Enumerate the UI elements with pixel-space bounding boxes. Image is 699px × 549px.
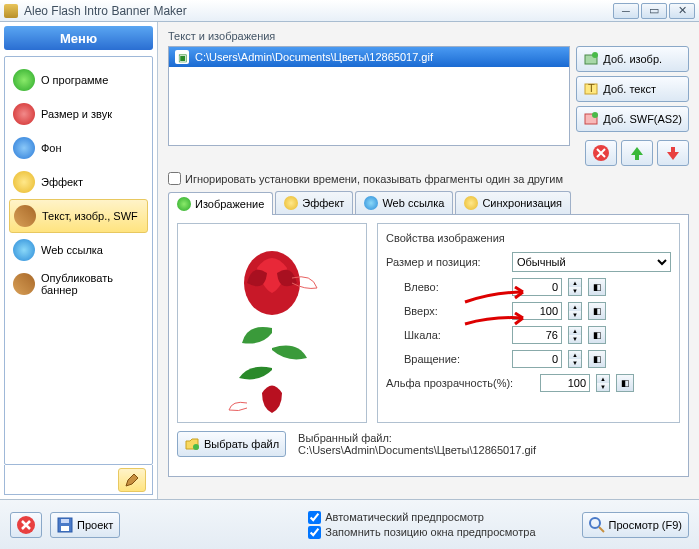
cancel-button[interactable] (10, 512, 42, 538)
menu-label: Web ссылка (41, 244, 103, 256)
svg-point-1 (592, 52, 598, 58)
menu-text-image-swf[interactable]: Текст, изобр., SWF (9, 199, 148, 233)
tab-web-link[interactable]: Web ссылка (355, 191, 453, 214)
scale-spinner[interactable]: ▲▼ (568, 326, 582, 344)
add-image-button[interactable]: Доб. изобр. (576, 46, 689, 72)
minimize-button[interactable]: ─ (613, 3, 639, 19)
checkbox-label: Игнорировать установки времени, показыва… (185, 173, 563, 185)
svg-point-8 (193, 444, 199, 450)
magnifier-icon (589, 517, 605, 533)
rose-image (187, 228, 357, 418)
menu-about[interactable]: О программе (9, 63, 148, 97)
tab-sync[interactable]: Синхронизация (455, 191, 571, 214)
file-list-item[interactable]: ▣ C:\Users\Admin\Documents\Цветы\1286501… (169, 47, 569, 67)
footer: Проект Автоматический предпросмотр Запом… (0, 499, 699, 549)
move-up-button[interactable] (621, 140, 653, 166)
menu-label: Фон (41, 142, 62, 154)
file-list[interactable]: ▣ C:\Users\Admin\Documents\Цветы\1286501… (168, 46, 570, 146)
button-label: Доб. изобр. (603, 53, 662, 65)
remember-position-checkbox[interactable] (308, 526, 321, 539)
alpha-input[interactable] (540, 374, 590, 392)
top-reset[interactable]: ◧ (588, 302, 606, 320)
add-image-icon (583, 51, 599, 67)
pencil-icon (124, 472, 140, 488)
svg-text:T: T (588, 82, 595, 94)
alpha-spinner[interactable]: ▲▼ (596, 374, 610, 392)
checkbox-label: Автоматический предпросмотр (325, 511, 484, 523)
sidebar: Меню О программе Размер и звук Фон Эффек… (0, 22, 158, 499)
menu-label: Эффект (41, 176, 83, 188)
scale-reset[interactable]: ◧ (588, 326, 606, 344)
tab-label: Изображение (195, 198, 264, 210)
file-name: C:\Users\Admin\Documents\Цветы\12865017.… (195, 51, 433, 63)
checkbox-label: Запомнить позицию окна предпросмотра (325, 526, 535, 538)
tabs: Изображение Эффект Web ссылка Синхрониза… (168, 191, 689, 215)
alpha-reset[interactable]: ◧ (616, 374, 634, 392)
annotation-arrow (463, 312, 533, 330)
close-button[interactable]: ✕ (669, 3, 695, 19)
picture-icon (13, 137, 35, 159)
palette-icon (13, 103, 35, 125)
image-file-icon: ▣ (175, 50, 189, 64)
button-label: Доб. SWF(AS2) (603, 113, 682, 125)
menu-size-sound[interactable]: Размер и звук (9, 97, 148, 131)
arrow-down-icon (664, 144, 682, 162)
button-label: Выбрать файл (204, 438, 279, 450)
arrow-up-icon (628, 144, 646, 162)
menu-label: Опубликовать баннер (41, 272, 144, 296)
brush-icon (13, 273, 35, 295)
menu-label: Текст, изобр., SWF (42, 210, 138, 222)
folder-icon (184, 436, 200, 452)
preview-button[interactable]: Просмотр (F9) (582, 512, 689, 538)
properties-heading: Свойства изображения (386, 232, 671, 244)
svg-point-13 (590, 518, 600, 528)
sync-icon (464, 196, 478, 210)
delete-button[interactable] (585, 140, 617, 166)
image-icon (177, 197, 191, 211)
menu-label: Размер и звук (41, 108, 112, 120)
rotation-input[interactable] (512, 350, 562, 368)
star-icon (13, 171, 35, 193)
left-spinner[interactable]: ▲▼ (568, 278, 582, 296)
maximize-button[interactable]: ▭ (641, 3, 667, 19)
rotation-spinner[interactable]: ▲▼ (568, 350, 582, 368)
menu-label: О программе (41, 74, 108, 86)
pencil-icon (14, 205, 36, 227)
size-pos-label: Размер и позиция: (386, 256, 506, 268)
menu-publish[interactable]: Опубликовать баннер (9, 267, 148, 301)
tab-body: Свойства изображения Размер и позиция: О… (168, 215, 689, 477)
annotation-arrow (463, 286, 533, 306)
left-reset[interactable]: ◧ (588, 278, 606, 296)
effect-icon (284, 196, 298, 210)
move-down-button[interactable] (657, 140, 689, 166)
ignore-time-checkbox[interactable] (168, 172, 181, 185)
menu-web-link[interactable]: Web ссылка (9, 233, 148, 267)
size-mode-select[interactable]: Обычный (512, 252, 671, 272)
add-swf-button[interactable]: Доб. SWF(AS2) (576, 106, 689, 132)
globe-icon (13, 239, 35, 261)
choose-file-button[interactable]: Выбрать файл (177, 431, 286, 457)
tab-label: Синхронизация (482, 197, 562, 209)
menu-background[interactable]: Фон (9, 131, 148, 165)
tab-effect[interactable]: Эффект (275, 191, 353, 214)
delete-icon (592, 144, 610, 162)
content-area: Текст и изображения ▣ C:\Users\Admin\Doc… (158, 22, 699, 499)
tab-image[interactable]: Изображение (168, 192, 273, 215)
image-properties: Свойства изображения Размер и позиция: О… (377, 223, 680, 423)
button-label: Проект (77, 519, 113, 531)
add-swf-icon (583, 111, 599, 127)
alpha-label: Альфа прозрачность(%): (386, 377, 534, 389)
edit-menu-button[interactable] (118, 468, 146, 492)
menu-header: Меню (4, 26, 153, 50)
add-text-button[interactable]: TДоб. текст (576, 76, 689, 102)
app-icon (4, 4, 18, 18)
window-title: Aleo Flash Intro Banner Maker (24, 4, 613, 18)
rotation-reset[interactable]: ◧ (588, 350, 606, 368)
auto-preview-checkbox[interactable] (308, 511, 321, 524)
top-spinner[interactable]: ▲▼ (568, 302, 582, 320)
menu-effect[interactable]: Эффект (9, 165, 148, 199)
project-button[interactable]: Проект (50, 512, 120, 538)
selected-file-info: Выбранный файл: C:\Users\Admin\Documents… (298, 432, 536, 456)
tab-label: Эффект (302, 197, 344, 209)
section-title: Текст и изображения (168, 30, 689, 42)
